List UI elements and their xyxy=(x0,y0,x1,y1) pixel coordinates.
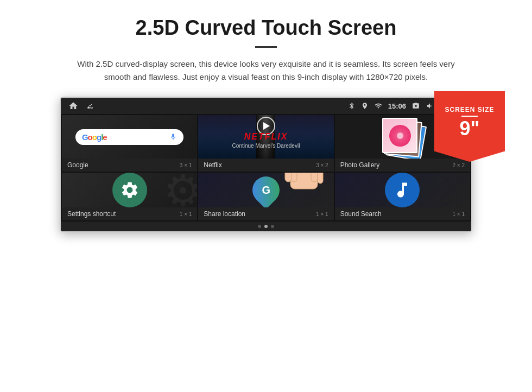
status-left xyxy=(68,101,94,111)
netflix-subtitle: Continue Marvel's Daredevil xyxy=(198,143,333,149)
sound-search-content[interactable] xyxy=(335,173,470,207)
app-grid: Google Google 3 × 1 xyxy=(61,114,471,222)
google-app-content[interactable]: Google xyxy=(62,115,197,159)
netflix-size: 3 × 2 xyxy=(316,162,328,168)
settings-app-cell[interactable]: ⚙ Settings shortcut 1 × 1 xyxy=(62,173,197,220)
screen-size-badge: Screen Size 9" xyxy=(434,91,505,162)
svg-rect-8 xyxy=(318,173,323,184)
page-description: With 2.5D curved-display screen, this de… xyxy=(71,58,461,84)
pagination-dot-3[interactable] xyxy=(271,225,274,228)
netflix-label: Netflix xyxy=(204,161,221,169)
settings-label: Settings shortcut xyxy=(67,210,116,218)
volume-icon xyxy=(426,102,434,110)
share-location-label: Share location xyxy=(204,210,245,218)
google-label-row: Google 3 × 1 xyxy=(62,159,197,172)
svg-rect-9 xyxy=(285,173,292,182)
wifi-icon xyxy=(374,102,383,110)
sound-search-label: Sound Search xyxy=(340,210,382,218)
pagination xyxy=(61,222,471,231)
badge-title: Screen Size xyxy=(445,106,494,113)
share-location-size: 1 × 1 xyxy=(316,211,328,217)
sound-search-icon-circle xyxy=(385,173,420,207)
status-bar: 15:06 xyxy=(61,98,471,114)
svg-rect-6 xyxy=(290,173,297,182)
settings-gear-bg-icon: ⚙ xyxy=(163,173,197,207)
screen-wrapper: Screen Size 9" xyxy=(60,97,472,232)
pagination-dot-2[interactable] xyxy=(264,225,268,228)
netflix-app-cell[interactable]: NETFLIX Continue Marvel's Daredevil Netf… xyxy=(198,115,333,172)
sound-search-label-row: Sound Search 1 × 1 xyxy=(335,207,470,220)
stacked-photos xyxy=(381,115,424,159)
google-logo: Google xyxy=(82,132,107,142)
settings-label-row: Settings shortcut 1 × 1 xyxy=(62,207,197,220)
share-location-content[interactable]: G xyxy=(198,173,333,207)
mic-icon xyxy=(169,133,177,141)
sound-search-size: 1 × 1 xyxy=(452,211,465,217)
google-search-bar[interactable]: Google xyxy=(75,129,183,145)
photo-gallery-label-row: Photo Gallery 2 × 2 xyxy=(335,159,470,172)
settings-content[interactable]: ⚙ xyxy=(62,173,197,207)
badge-size: 9" xyxy=(459,119,479,138)
settings-size: 1 × 1 xyxy=(180,211,192,217)
netflix-app-content[interactable]: NETFLIX Continue Marvel's Daredevil xyxy=(198,115,333,159)
title-divider xyxy=(255,46,277,48)
pointing-hand-icon xyxy=(280,173,328,207)
device-screen: 15:06 xyxy=(60,97,472,232)
bluetooth-icon xyxy=(348,102,356,110)
camera-icon xyxy=(411,102,420,110)
music-note-icon xyxy=(392,180,412,200)
play-triangle-icon xyxy=(263,122,270,130)
photo-gallery-size: 2 × 2 xyxy=(452,162,465,168)
photo-gallery-label: Photo Gallery xyxy=(340,161,380,169)
photo-front xyxy=(382,118,417,153)
svg-rect-7 xyxy=(311,173,318,182)
google-label: Google xyxy=(67,161,88,169)
sound-search-app-cell[interactable]: Sound Search 1 × 1 xyxy=(335,173,470,220)
pagination-dot-1[interactable] xyxy=(258,225,261,228)
netflix-label-row: Netflix 3 × 2 xyxy=(198,159,333,172)
svg-rect-5 xyxy=(290,173,318,189)
home-icon xyxy=(68,101,78,111)
badge-divider xyxy=(461,116,478,117)
usb-icon xyxy=(86,102,94,110)
netflix-text-overlay: NETFLIX Continue Marvel's Daredevil xyxy=(198,132,333,149)
netflix-logo: NETFLIX xyxy=(198,132,333,142)
location-icon xyxy=(361,102,369,110)
google-size: 3 × 1 xyxy=(180,162,192,168)
share-location-app-cell[interactable]: G xyxy=(198,173,333,220)
page-title: 2.5D Curved Touch Screen xyxy=(136,16,397,40)
status-time: 15:06 xyxy=(388,102,406,110)
google-app-cell[interactable]: Google Google 3 × 1 xyxy=(62,115,197,172)
settings-gear-icon xyxy=(120,180,140,200)
share-location-label-row: Share location 1 × 1 xyxy=(198,207,333,220)
settings-icon-circle xyxy=(112,173,147,207)
